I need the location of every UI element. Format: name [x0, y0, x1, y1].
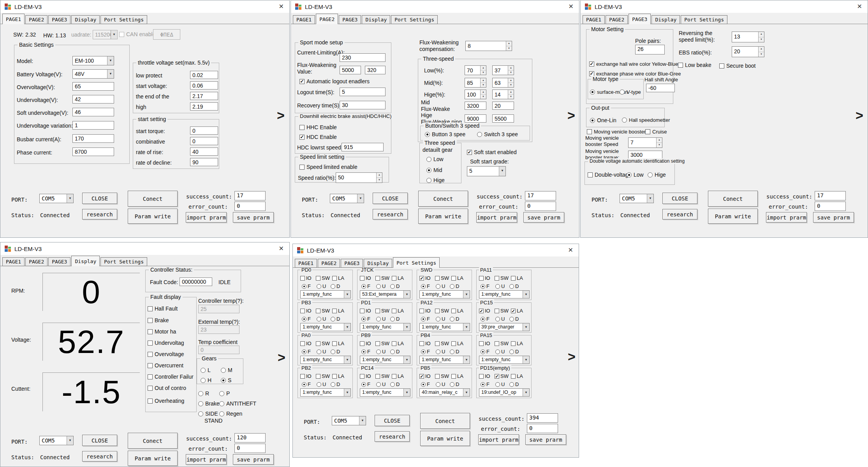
exchange-hall-checkbox[interactable]: ✓exchange hall wire color Yellow-Blue — [589, 61, 678, 67]
moving-booster-checkbox[interactable]: Moving venicle booster — [587, 129, 646, 135]
port-la-checkbox[interactable]: LA — [332, 373, 344, 379]
reversing-spin-stepper[interactable]: ▲▼ — [758, 32, 764, 42]
spin-down-icon[interactable]: ▼ — [481, 70, 486, 75]
port-d-radio[interactable]: D — [390, 283, 400, 289]
mid-fw-input1[interactable]: 3200 — [465, 102, 486, 110]
ebs-ratio-spin[interactable]: 20▲▼ — [732, 46, 764, 57]
save-param-button[interactable]: save prarm — [523, 212, 564, 223]
port-la-checkbox[interactable]: LA — [451, 341, 463, 346]
port-io-checkbox[interactable]: IO — [479, 275, 490, 281]
param-write-button[interactable]: Param write — [418, 209, 468, 224]
port-d-radio[interactable]: D — [331, 316, 340, 322]
ebs-ratio-spin-stepper[interactable]: ▲▼ — [758, 47, 764, 57]
high-input[interactable]: 2.19 — [190, 102, 218, 111]
close-icon[interactable]: ✕ — [279, 245, 284, 253]
port-f-radio[interactable]: F — [302, 283, 311, 289]
port-u-radio[interactable]: U — [376, 381, 386, 387]
tab-page2[interactable]: PAGE2 — [25, 15, 48, 24]
close-button[interactable]: CLOSE — [662, 193, 697, 204]
spin-down-icon[interactable]: ▼ — [506, 46, 512, 51]
import-param-button[interactable]: import prarm — [186, 454, 227, 465]
spin-down-icon[interactable]: ▼ — [508, 95, 514, 99]
tab-port-settings[interactable]: Port Settings — [100, 15, 147, 24]
port-la-checkbox[interactable]: LA — [451, 275, 463, 281]
success-count-input[interactable]: 17 — [525, 191, 556, 200]
port-sw-checkbox[interactable]: SW — [375, 341, 389, 346]
tab-page3[interactable]: PAGE3 — [48, 15, 70, 24]
close-button[interactable]: CLOSE — [373, 193, 408, 204]
auto-logout-checkbox[interactable]: ✓Automatic logout enadlers — [299, 78, 370, 84]
port-io-checkbox[interactable]: IO — [300, 308, 312, 314]
port-u-radio[interactable]: U — [495, 349, 505, 355]
low-pct-spin2-stepper[interactable]: ▲▼ — [508, 66, 514, 75]
error-count-input[interactable]: 0 — [234, 202, 266, 211]
import-param-button[interactable]: import prarm — [476, 212, 517, 223]
port-la-checkbox[interactable]: LA — [451, 373, 463, 379]
combinative-input[interactable]: 0 — [190, 137, 218, 145]
port-u-radio[interactable]: U — [436, 316, 445, 322]
port-sw-checkbox[interactable]: SW — [435, 341, 449, 346]
port-d-radio[interactable]: D — [450, 316, 459, 322]
hall-shift-input[interactable]: -60 — [646, 84, 675, 92]
fw-value-input2[interactable]: 320 — [365, 66, 386, 74]
port-io-checkbox[interactable]: IO — [479, 341, 490, 346]
port-combo[interactable]: COM5▼ — [39, 436, 74, 445]
tab-page2[interactable]: PAGE2 — [25, 257, 48, 266]
port-la-checkbox[interactable]: ✓LA — [511, 308, 523, 314]
tab-port-settings[interactable]: Port Settings — [681, 15, 727, 24]
port-u-radio[interactable]: U — [495, 283, 505, 289]
button-3-speed-radio[interactable]: Button 3 spee — [425, 131, 465, 137]
busbar-current-input[interactable]: 170 — [72, 134, 114, 143]
port-f-radio[interactable]: F — [361, 316, 370, 322]
overcurrent-checkbox[interactable]: Overcurrent — [148, 362, 183, 369]
mid-pct-spin2[interactable]: 63▲▼ — [492, 78, 514, 88]
spin-down-icon[interactable]: ▼ — [657, 143, 662, 147]
port-la-checkbox[interactable]: LA — [511, 341, 523, 346]
port-d-radio[interactable]: D — [450, 349, 459, 355]
port-combo[interactable]: COM5▼ — [332, 416, 366, 425]
logout-time-input[interactable]: 5 — [340, 88, 386, 96]
next-page-arrow[interactable]: > — [277, 109, 285, 122]
param-write-button[interactable]: Param write — [708, 209, 758, 224]
port-la-checkbox[interactable]: LA — [511, 373, 523, 379]
port-f-radio[interactable]: F — [302, 349, 311, 355]
port-d-radio[interactable]: D — [450, 381, 459, 387]
port-d-radio[interactable]: D — [509, 316, 519, 322]
gear-m-radio[interactable]: M — [221, 367, 232, 373]
out-of-control-checkbox[interactable]: Out of contro — [148, 385, 186, 391]
port-sw-checkbox[interactable]: SW — [495, 275, 509, 281]
port-f-radio[interactable]: F — [421, 381, 430, 387]
port-la-checkbox[interactable]: LA — [451, 308, 463, 314]
start-torque-input[interactable]: 0 — [190, 126, 218, 135]
hige-pct-spin2-stepper[interactable]: ▲▼ — [508, 90, 514, 99]
hige-pct-spin2[interactable]: 14▲▼ — [492, 90, 514, 99]
fw-value-input1[interactable]: 5000 — [340, 66, 361, 74]
research-button[interactable]: research — [82, 451, 117, 462]
hige-fw-input1[interactable]: 9000 — [465, 114, 486, 123]
port-f-radio[interactable]: F — [302, 316, 311, 322]
tab-page3[interactable]: PAGE3 — [48, 257, 70, 266]
connect-button[interactable]: Conect — [708, 191, 758, 207]
hdc-lowrst-input[interactable]: 915 — [342, 143, 384, 151]
port-io-checkbox[interactable]: IO — [300, 373, 312, 379]
port-f-radio[interactable]: F — [361, 381, 370, 387]
port-function-combo[interactable]: 53:Ext_tempera▼ — [360, 290, 410, 298]
overvoltage-input[interactable]: 65 — [72, 82, 114, 91]
research-button[interactable]: research — [373, 209, 408, 219]
port-function-combo[interactable]: 1:empty_func▼ — [479, 290, 530, 298]
port-f-radio[interactable]: F — [481, 349, 489, 355]
error-count-input[interactable]: 0 — [815, 202, 846, 211]
double-voltage-checkbox[interactable]: Double-voltage — [588, 172, 631, 178]
tab-port-settings[interactable]: Port Settings — [391, 15, 438, 24]
fw-comp-spin[interactable]: 8▲▼ — [465, 41, 512, 51]
connect-button[interactable]: Conect — [128, 191, 178, 207]
v-type-radio[interactable]: V-type — [620, 89, 641, 95]
port-io-checkbox[interactable]: IO — [360, 373, 371, 379]
end-of-the-input[interactable]: 2.17 — [190, 92, 218, 100]
tab-display[interactable]: Display — [71, 15, 100, 24]
port-function-combo[interactable]: 1:empty_func▼ — [419, 323, 470, 331]
port-la-checkbox[interactable]: LA — [332, 308, 344, 314]
fw-comp-spin-stepper[interactable]: ▲▼ — [506, 41, 512, 51]
success-count-input[interactable]: 394 — [527, 413, 558, 423]
tab-page2[interactable]: PAGE2 — [318, 259, 340, 268]
